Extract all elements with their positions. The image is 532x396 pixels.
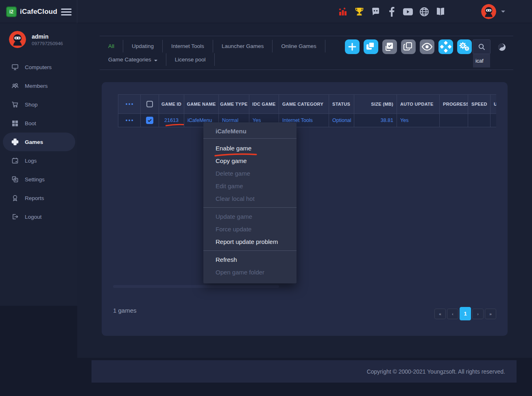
menu-item-delete-game: Delete game <box>203 167 297 180</box>
sidebar-item-logout[interactable]: Logout <box>0 207 77 226</box>
header-icon-bar <box>338 0 446 23</box>
sidebar-item-label: Members <box>25 83 48 89</box>
sidebar-item-label: Logout <box>25 214 41 220</box>
ranking-icon[interactable] <box>338 7 348 17</box>
logo: i2 iCafeCloud <box>0 0 77 23</box>
cell-progress <box>440 114 468 127</box>
more-options-icon[interactable] <box>126 120 133 121</box>
tab-updating[interactable]: Updating <box>123 40 163 52</box>
search-input[interactable] <box>473 54 490 67</box>
sidebar-item-games[interactable]: Games <box>3 133 75 151</box>
profile-phone: 097797250946 <box>32 41 63 46</box>
menu-toggle-icon[interactable] <box>61 7 72 16</box>
row-actions-cell[interactable] <box>118 114 141 127</box>
dropdown-caret-icon <box>154 60 157 61</box>
sidebar-item-members[interactable]: Members <box>0 76 77 95</box>
sidebar-item-reports[interactable]: Reports <box>0 189 77 207</box>
copy-button[interactable] <box>401 39 416 54</box>
pagination-page-1-button[interactable]: 1 <box>460 307 471 320</box>
globe-icon[interactable] <box>419 7 430 17</box>
check-list-button[interactable] <box>382 39 397 54</box>
cell-auto-update: Yes <box>397 114 440 127</box>
layers-button[interactable] <box>364 39 378 54</box>
menu-item-open-game-folder: Open game folder <box>203 266 297 279</box>
tab-online-games[interactable]: Online Games <box>273 40 325 52</box>
sidebar-item-boot[interactable]: Boot <box>0 114 77 133</box>
column-header-game-type[interactable]: GAME TYPE <box>219 95 249 114</box>
menu-item-refresh[interactable]: Refresh <box>203 253 297 266</box>
cell-game-id[interactable]: 21613 <box>159 114 184 127</box>
more-options-icon <box>126 103 133 105</box>
column-header-auto-update[interactable]: AUTO UPDATE <box>397 95 440 114</box>
menu-item-report-update-problem[interactable]: Report update problem <box>203 235 297 248</box>
column-header-clipped[interactable]: U <box>491 95 496 114</box>
annotation-underline <box>166 123 184 126</box>
pagination-next-button[interactable]: › <box>472 309 484 319</box>
pagination: « ‹ 1 › » <box>434 306 499 322</box>
sidebar-item-computers[interactable]: Computers <box>0 58 77 76</box>
cell-speed <box>468 114 491 127</box>
sidebar-item-label: Boot <box>25 120 36 126</box>
games-card: GAME ID GAME NAME GAME TYPE IDC GAME GAM… <box>102 82 508 336</box>
tab-launcher-games[interactable]: Launcher Games <box>213 40 273 52</box>
theme-toggle-icon[interactable] <box>498 43 506 51</box>
menu-item-edit-game: Edit game <box>203 180 297 192</box>
cell-size: 38.81 <box>354 114 397 127</box>
checkbox-unchecked-icon[interactable] <box>146 101 153 107</box>
pagination-last-button[interactable]: » <box>485 309 496 319</box>
menu-item-force-update: Force update <box>203 223 297 235</box>
user-avatar[interactable] <box>481 4 496 19</box>
context-menu-title: iCafeMenu <box>203 126 297 138</box>
row-select-cell[interactable] <box>141 114 159 127</box>
games-table: GAME ID GAME NAME GAME TYPE IDC GAME GAM… <box>118 94 496 127</box>
profile-avatar <box>9 31 26 48</box>
menu-item-copy-game[interactable]: Copy game <box>203 154 297 167</box>
column-header-select-all[interactable] <box>141 95 159 114</box>
column-header-idc-game[interactable]: IDC GAME <box>249 95 279 114</box>
documentation-icon[interactable] <box>435 7 446 17</box>
profile-name: admin <box>32 33 63 40</box>
column-header-speed[interactable]: SPEED <box>468 95 491 114</box>
tab-all[interactable]: All <box>100 40 123 52</box>
discord-icon[interactable] <box>370 7 381 17</box>
sidebar-item-label: Reports <box>25 195 44 201</box>
column-header-size[interactable]: SIZE (MB) <box>354 95 397 114</box>
facebook-icon[interactable] <box>386 7 397 17</box>
pagination-prev-button[interactable]: ‹ <box>447 309 458 319</box>
column-header-game-id[interactable]: GAME ID <box>159 95 184 114</box>
tab-license-pool[interactable]: License pool <box>166 53 215 66</box>
horizontal-scrollbar[interactable] <box>113 285 279 288</box>
checkbox-checked-icon[interactable] <box>146 117 153 124</box>
search-button[interactable] <box>473 39 491 54</box>
cell-status: Optional <box>329 114 354 127</box>
sidebar-item-label: Logs <box>25 158 37 164</box>
trophy-icon[interactable] <box>354 7 364 17</box>
column-header-progress[interactable]: PROGRESS <box>440 95 468 114</box>
settings-button[interactable] <box>457 39 472 54</box>
games-count: 1 games <box>113 307 137 314</box>
column-header-actions[interactable] <box>118 95 141 114</box>
sidebar-item-shop[interactable]: Shop <box>0 95 77 114</box>
youtube-icon[interactable] <box>403 7 413 17</box>
pagination-first-button[interactable]: « <box>434 309 446 319</box>
chevron-down-icon[interactable] <box>501 11 505 13</box>
categories-button[interactable] <box>438 39 453 54</box>
app-title: iCafeCloud <box>20 8 57 16</box>
column-header-game-category[interactable]: GAME CATEGORY <box>279 95 329 114</box>
game-id-value[interactable]: 21613 <box>164 117 179 123</box>
visibility-button[interactable] <box>420 39 434 54</box>
menu-item-label: Enable game <box>216 145 251 152</box>
sidebar: admin 097797250946 Computers Members Sho… <box>0 23 77 306</box>
column-header-game-name[interactable]: GAME NAME <box>184 95 219 114</box>
sidebar-profile: admin 097797250946 <box>0 23 77 52</box>
tab-game-categories[interactable]: Game Categories <box>100 53 166 66</box>
sidebar-item-label: Games <box>25 139 43 145</box>
add-button[interactable] <box>345 39 360 54</box>
menu-item-enable-game[interactable]: Enable game <box>203 142 297 154</box>
tab-internet-tools[interactable]: Internet Tools <box>163 40 213 52</box>
footer-bar: Copyright © 2000-2021 Youngzsoft. All ri… <box>92 360 517 383</box>
column-header-status[interactable]: STATUS <box>329 95 354 114</box>
sidebar-item-logs[interactable]: Logs <box>0 151 77 170</box>
user-menu[interactable] <box>481 4 505 19</box>
sidebar-item-settings[interactable]: Settings <box>0 170 77 189</box>
